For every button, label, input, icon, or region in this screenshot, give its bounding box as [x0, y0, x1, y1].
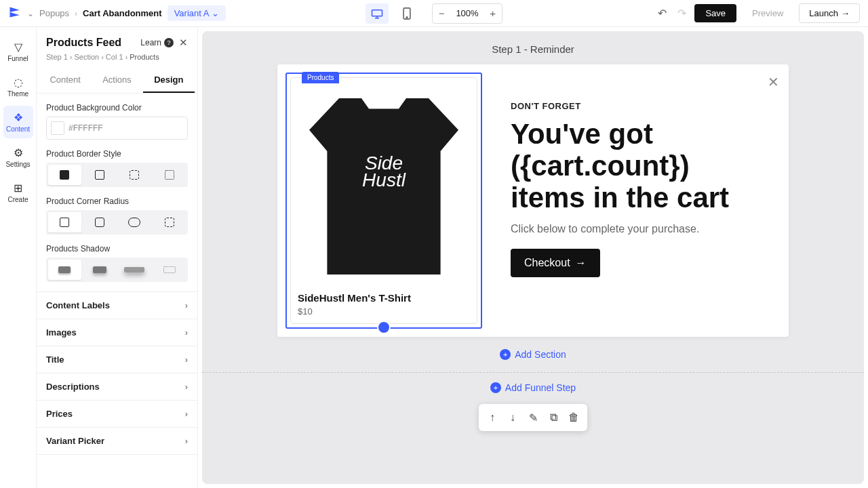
arrow-right-icon: → [576, 257, 587, 269]
radius-pill-option[interactable] [118, 212, 151, 232]
crumb-current: Products [130, 53, 159, 61]
bg-color-value: #FFFFFF [68, 123, 103, 133]
radius-custom-option[interactable] [153, 212, 186, 232]
accordion-content-labels[interactable]: Content Labels› [37, 292, 197, 319]
add-funnel-step-label: Add Funnel Step [505, 382, 576, 393]
zoom-in-button[interactable]: + [484, 7, 502, 19]
funnel-icon: ▽ [14, 41, 22, 54]
product-image: SideHustl [298, 85, 470, 288]
rail-theme[interactable]: ◌ Theme [3, 70, 33, 103]
headline-text: You've got ({cart.count}) items in the c… [511, 118, 768, 214]
close-icon[interactable]: ✕ [768, 74, 779, 90]
shadow-small-option[interactable] [48, 260, 81, 280]
crumb-step[interactable]: Step 1 [46, 53, 68, 61]
learn-label: Learn [140, 38, 161, 47]
tab-design[interactable]: Design [143, 68, 195, 93]
radius-small-option[interactable] [83, 212, 117, 232]
rail-label: Funnel [7, 55, 28, 62]
shadow-none-option[interactable] [153, 260, 186, 280]
chevron-right-icon: › [185, 436, 188, 446]
chevron-right-icon: › [185, 300, 188, 310]
floating-toolbar: ↑ ↓ ✎ ⧉ 🗑 [479, 404, 587, 431]
breadcrumb-separator: › [75, 9, 77, 18]
corner-radius-label: Product Corner Radius [46, 197, 188, 206]
launch-label: Launch [809, 8, 838, 18]
breadcrumb-current: Cart Abandonment [83, 8, 162, 18]
zoom-out-button[interactable]: − [433, 7, 450, 19]
duplicate-button[interactable]: ⧉ [544, 408, 563, 427]
shadow-label: Products Shadow [46, 244, 188, 253]
tab-content[interactable]: Content [39, 68, 91, 93]
radius-none-option[interactable] [48, 212, 81, 232]
accordion-prices[interactable]: Prices› [37, 401, 197, 428]
tab-actions[interactable]: Actions [91, 68, 142, 93]
delete-button[interactable]: 🗑 [564, 408, 583, 427]
bg-color-input[interactable]: #FFFFFF [46, 117, 188, 140]
step-title: Step 1 - Reminder [492, 31, 574, 64]
edit-button[interactable]: ✎ [524, 408, 542, 427]
svg-point-2 [407, 16, 408, 18]
rail-label: Create [7, 196, 28, 203]
corner-radius-segmented [46, 210, 188, 235]
rail-content[interactable]: ❖ Content [3, 106, 33, 138]
checkout-button[interactable]: Checkout → [511, 249, 600, 277]
logo-icon[interactable] [8, 5, 22, 22]
accordion-descriptions[interactable]: Descriptions› [37, 373, 197, 401]
border-dashed-corners-option[interactable] [118, 165, 151, 185]
device-desktop-button[interactable] [366, 3, 389, 24]
add-funnel-step-button[interactable]: + Add Funnel Step [490, 382, 576, 393]
border-dotted-option[interactable] [153, 165, 186, 185]
add-section-button[interactable]: + Add Section [500, 349, 566, 360]
layers-icon: ❖ [14, 111, 23, 124]
zoom-value: 100% [450, 8, 484, 18]
border-style-segmented [46, 163, 188, 187]
accordion-title[interactable]: Title› [37, 346, 197, 373]
arrow-right-icon: → [841, 8, 850, 18]
chevron-down-icon[interactable]: ⌄ [27, 9, 34, 18]
chevron-down-icon: ⌄ [212, 8, 219, 18]
variant-selector[interactable]: Variant A ⌄ [167, 5, 226, 21]
save-button[interactable]: Save [694, 4, 736, 22]
launch-button[interactable]: Launch → [799, 3, 860, 23]
subtext: Click below to complete your purchase. [511, 223, 768, 235]
zoom-control: − 100% + [432, 3, 502, 24]
border-outline-option[interactable] [83, 165, 117, 185]
rail-create[interactable]: ⊞ Create [3, 176, 33, 209]
shadow-large-option[interactable] [118, 260, 151, 280]
rail-label: Content [6, 125, 30, 133]
bg-color-label: Product Background Color [46, 103, 188, 113]
breadcrumb-parent[interactable]: Popups [39, 8, 69, 18]
rail-funnel[interactable]: ▽ Funnel [3, 35, 33, 68]
rail-settings[interactable]: ⚙ Settings [3, 141, 33, 174]
crumb-section[interactable]: Section [74, 53, 99, 61]
svg-rect-0 [372, 9, 382, 16]
drop-icon: ◌ [14, 76, 23, 89]
panel-breadcrumbs: Step 1› Section› Col 1› Products [37, 53, 197, 68]
add-handle-icon[interactable] [377, 321, 391, 334]
undo-button[interactable]: ↶ [655, 4, 669, 22]
border-solid-option[interactable] [48, 165, 81, 185]
step-divider [202, 372, 864, 373]
product-price: $10 [298, 306, 470, 317]
panel-title: Products Feed [46, 37, 121, 49]
learn-link[interactable]: Learn ? [140, 38, 174, 47]
checkout-label: Checkout [524, 257, 570, 269]
accordion-images[interactable]: Images› [37, 319, 197, 346]
accordion-variant-picker[interactable]: Variant Picker› [37, 428, 197, 455]
move-up-button[interactable]: ↑ [483, 408, 502, 427]
rail-label: Settings [5, 161, 30, 168]
chevron-right-icon: › [185, 382, 188, 392]
product-name: SideHustl Men's T-Shirt [298, 292, 470, 304]
shadow-medium-option[interactable] [83, 260, 117, 280]
device-mobile-button[interactable] [395, 3, 418, 24]
crumb-col[interactable]: Col 1 [106, 53, 123, 61]
chevron-right-icon: › [185, 354, 188, 365]
products-selection[interactable]: Products SideHustl SideHustl Men's T-Shi… [285, 73, 482, 329]
variant-label: Variant A [174, 8, 210, 18]
eyebrow-text: DON'T FORGET [511, 101, 768, 111]
redo-button[interactable]: ↷ [675, 4, 689, 22]
preview-button[interactable]: Preview [742, 3, 793, 23]
close-panel-button[interactable]: ✕ [179, 37, 188, 49]
chevron-right-icon: › [185, 409, 188, 419]
move-down-button[interactable]: ↓ [503, 408, 522, 427]
